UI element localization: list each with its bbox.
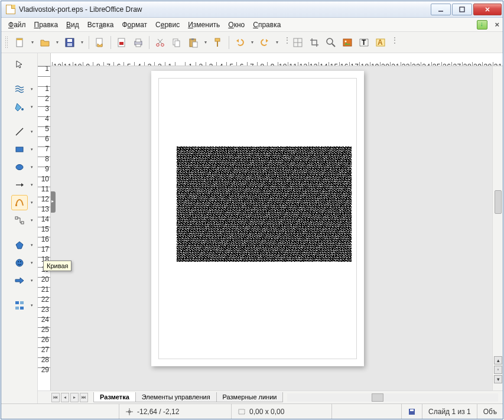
size-icon — [238, 408, 246, 416]
vertical-ruler[interactable]: 1123456789101112131415161718192021222324… — [38, 66, 51, 390]
clone-format-button[interactable] — [211, 35, 225, 50]
menu-view[interactable]: Вид — [63, 19, 83, 30]
export-pdf-button[interactable] — [115, 35, 129, 50]
svg-point-47 — [18, 261, 19, 262]
status-spacer — [332, 404, 402, 419]
email-button[interactable] — [93, 35, 107, 50]
next-page-button[interactable]: ▾ — [494, 375, 502, 383]
save-dropdown[interactable]: ▾ — [79, 40, 85, 45]
image-button[interactable] — [340, 35, 355, 50]
cut-button[interactable] — [153, 35, 167, 50]
svg-point-15 — [157, 43, 160, 46]
undo-button[interactable] — [233, 35, 247, 50]
svg-rect-49 — [15, 301, 19, 304]
save-indicator-icon — [408, 408, 416, 416]
svg-line-18 — [158, 39, 162, 44]
embedded-image[interactable] — [177, 146, 352, 262]
ruler-corner — [38, 53, 51, 66]
page-nav-button[interactable]: ◦ — [494, 366, 502, 374]
redo-dropdown[interactable]: ▾ — [274, 40, 280, 45]
close-button[interactable] — [473, 4, 502, 15]
document-close-button[interactable]: × — [495, 20, 499, 29]
layer-tab[interactable]: Элементы управления — [135, 392, 217, 402]
svg-rect-42 — [15, 204, 17, 206]
copy-button[interactable] — [170, 35, 184, 50]
menu-modify[interactable]: Изменить — [184, 19, 223, 30]
curve-tool[interactable]: ▾ — [11, 195, 28, 210]
flowchart-tool[interactable]: ▾ — [11, 298, 28, 313]
basic-shapes-tool[interactable]: ▾ — [11, 237, 28, 253]
canvas-area: 1211109876543211234567891011121314151617… — [38, 53, 503, 403]
arrow-tool[interactable]: ▾ — [11, 177, 28, 193]
open-button[interactable] — [38, 35, 52, 50]
open-dropdown[interactable]: ▾ — [54, 40, 60, 45]
svg-point-29 — [327, 38, 333, 44]
tooltip: Кривая — [43, 261, 71, 271]
panel-expand-handle[interactable] — [51, 191, 56, 213]
new-dropdown[interactable]: ▾ — [30, 40, 35, 45]
crop-button[interactable] — [307, 35, 321, 50]
drawing-canvas[interactable] — [51, 66, 492, 390]
save-button[interactable] — [63, 35, 77, 50]
app-window: Vladivostok-port.eps - LibreOffice Draw … — [1, 1, 503, 419]
svg-line-17 — [158, 39, 162, 44]
select-tool[interactable] — [11, 57, 28, 72]
vertical-scrollbar[interactable]: ▴ ◦ ▾ — [492, 66, 503, 390]
horizontal-ruler[interactable]: 1211109876543211234567891011121314151617… — [51, 53, 503, 66]
svg-rect-5 — [17, 38, 22, 40]
menu-edit[interactable]: Правка — [31, 19, 62, 30]
menu-tools[interactable]: Сервис — [152, 19, 183, 30]
tab-prev-button[interactable]: ◂ — [61, 393, 69, 402]
line-tool[interactable]: ▾ — [11, 124, 28, 139]
fill-color-tool[interactable]: ▾ — [11, 99, 28, 115]
layer-tab[interactable]: Размерные линии — [216, 392, 284, 402]
tab-last-button[interactable]: ⏭ — [80, 393, 88, 402]
line-style-tool[interactable]: ▾ — [11, 82, 28, 97]
menu-file[interactable]: Файл — [5, 19, 30, 30]
svg-rect-25 — [217, 41, 218, 47]
minimize-button[interactable] — [431, 4, 451, 15]
toolbar-handle[interactable] — [5, 36, 8, 49]
layer-tab[interactable]: Разметка — [93, 392, 136, 402]
svg-point-46 — [16, 259, 23, 266]
paste-button[interactable] — [186, 35, 200, 50]
svg-rect-44 — [21, 222, 24, 224]
status-extra: Объ — [477, 404, 503, 419]
paste-dropdown[interactable]: ▾ — [203, 40, 209, 45]
menu-format[interactable]: Формат — [118, 19, 151, 30]
status-save-indicator[interactable] — [402, 404, 422, 419]
fontwork-button[interactable]: A — [373, 35, 388, 50]
tab-next-button[interactable]: ▸ — [70, 393, 79, 402]
menu-window[interactable]: Окно — [225, 19, 248, 30]
menu-insert[interactable]: Вставка — [84, 19, 118, 30]
horizontal-scrollbar[interactable] — [287, 393, 498, 402]
text-button[interactable]: T — [357, 35, 371, 50]
svg-rect-23 — [193, 42, 197, 47]
symbol-shapes-tool[interactable]: ▾ — [11, 255, 28, 271]
status-slide[interactable]: Слайд 1 из 1 — [422, 404, 477, 419]
update-icon[interactable] — [477, 20, 487, 30]
tab-first-button[interactable]: ⏮ — [51, 393, 60, 402]
prev-page-button[interactable]: ▴ — [494, 356, 502, 364]
connector-tool[interactable]: ▾ — [11, 213, 28, 228]
svg-rect-39 — [16, 147, 23, 152]
svg-point-37 — [21, 108, 24, 110]
undo-dropdown[interactable]: ▾ — [249, 40, 255, 45]
block-arrows-tool[interactable]: ▾ — [11, 273, 28, 288]
scroll-thumb[interactable] — [495, 190, 502, 214]
svg-rect-56 — [239, 409, 245, 414]
menu-help[interactable]: Справка — [249, 19, 284, 30]
svg-rect-22 — [191, 38, 194, 40]
hscroll-thumb[interactable] — [372, 393, 383, 402]
maximize-button[interactable] — [452, 4, 472, 15]
new-button[interactable] — [13, 35, 27, 50]
grid-button[interactable] — [291, 35, 305, 50]
zoom-button[interactable] — [324, 35, 338, 50]
rectangle-tool[interactable]: ▾ — [11, 142, 28, 157]
svg-point-40 — [16, 165, 23, 170]
ellipse-tool[interactable]: ▾ — [11, 159, 28, 175]
tab-bar: ⏮ ◂ ▸ ⏭ Разметка Элементы управления Раз… — [38, 390, 503, 403]
statusbar: -12,64 / -2,12 0,00 x 0,00 Слайд 1 из 1 … — [1, 403, 503, 419]
print-button[interactable] — [131, 35, 145, 50]
redo-button[interactable] — [258, 35, 272, 50]
